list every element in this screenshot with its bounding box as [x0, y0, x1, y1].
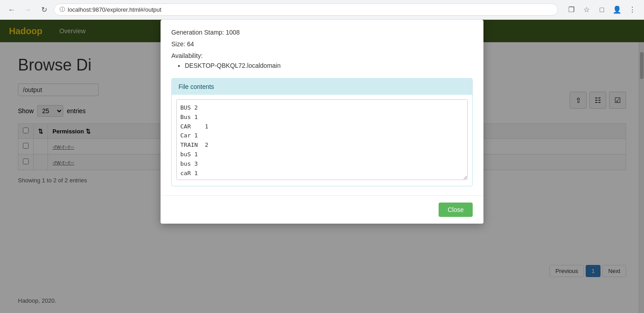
page-wrapper: Hadoop Overview Browse Di /output Show 2…	[0, 20, 644, 313]
availability-label: Availability:	[171, 52, 473, 59]
menu-icon[interactable]: ⋮	[626, 4, 639, 16]
modal-footer: Close	[161, 195, 483, 224]
availability-list: DESKTOP-QBKQL72.localdomain	[171, 62, 473, 69]
forward-button[interactable]: →	[22, 4, 34, 16]
availability-host-1: DESKTOP-QBKQL72.localdomain	[185, 62, 473, 69]
browser-actions: ❐ ☆ □ 👤 ⋮	[565, 4, 639, 16]
generation-stamp-value: 1008	[226, 29, 239, 36]
file-contents-header: File contents	[172, 79, 472, 95]
file-contents-section: File contents	[171, 78, 473, 186]
generation-stamp-line: Generation Stamp: 1008	[171, 29, 473, 36]
back-button[interactable]: ←	[5, 4, 18, 16]
size-line: Size: 64	[171, 40, 473, 48]
size-label: Size:	[171, 40, 185, 48]
file-contents-textarea[interactable]	[176, 99, 468, 180]
size-value: 64	[187, 40, 194, 48]
close-button[interactable]: Close	[439, 203, 473, 217]
generation-stamp-label: Generation Stamp:	[171, 29, 224, 36]
url-text: localhost:9870/explorer.html#/output	[68, 6, 161, 13]
view-icon[interactable]: □	[596, 4, 608, 16]
bookmark-icon[interactable]: ☆	[580, 4, 593, 16]
browser-chrome: ← → ↻ ⓘ localhost:9870/explorer.html#/ou…	[0, 0, 644, 20]
file-contents-body	[172, 95, 472, 186]
share-icon[interactable]: ❐	[565, 4, 578, 16]
profile-icon[interactable]: 👤	[611, 4, 623, 16]
modal-dialog: Generation Stamp: 1008 Size: 64 Availabi…	[161, 20, 483, 224]
lock-icon: ⓘ	[60, 6, 65, 13]
reload-button[interactable]: ↻	[38, 4, 50, 16]
modal-overlay: Generation Stamp: 1008 Size: 64 Availabi…	[0, 20, 644, 313]
modal-body: Generation Stamp: 1008 Size: 64 Availabi…	[161, 20, 483, 195]
address-bar[interactable]: ⓘ localhost:9870/explorer.html#/output	[54, 4, 558, 16]
